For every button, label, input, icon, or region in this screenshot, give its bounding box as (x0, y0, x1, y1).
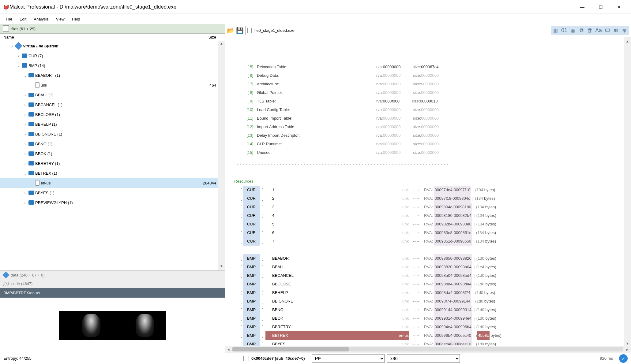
arch-select[interactable]: x86 (387, 354, 460, 363)
tree-row[interactable]: ⌄BBABORT (1) (0, 70, 218, 80)
scroll-up-icon[interactable]: ▴ (218, 41, 225, 48)
directory-entry[interactable]: [ 6]Debug Data:rva:00000000size:00000000 (234, 71, 631, 80)
twisty-closed-icon[interactable]: › (23, 132, 27, 136)
resource-entry[interactable]: [ BMP ]BBOKunk--→RVA: 00099314-000994e4|… (234, 314, 631, 323)
directory-entry[interactable]: [ 9]TLS Table:rva:0008f000size:00000018 (234, 97, 631, 106)
tree-row[interactable]: ⌄BMP (14) (0, 61, 218, 70)
resource-entry[interactable]: [ BMP ]BBCANCELunk--→RVA: 00098a04-00098… (234, 271, 631, 280)
tree-row[interactable]: en-us284044 (0, 178, 218, 188)
menu-help[interactable]: Help (69, 16, 83, 23)
tree-row[interactable]: ›BBCANCEL (1) (0, 100, 218, 110)
code-panel-header[interactable]: f(x) code (4647) (0, 279, 225, 288)
minimize-button[interactable]: — (573, 1, 592, 13)
scroll-left-icon[interactable]: ◂ (225, 347, 232, 352)
format-select[interactable]: PE (312, 354, 385, 363)
twisty-closed-icon[interactable]: › (23, 161, 27, 166)
save-icon[interactable]: 💾 (236, 27, 243, 34)
view-summary-icon[interactable]: ▥ (552, 27, 560, 34)
directory-entry[interactable]: [ 8]Global Pointer:rva:00000000size:0000… (234, 88, 631, 97)
open-folder-icon[interactable]: 📂 (227, 27, 234, 34)
twisty-open-icon[interactable]: ⌄ (9, 44, 14, 48)
view-graph-icon[interactable]: ⧉ (577, 27, 585, 34)
view-tags-icon[interactable]: 🏷 (603, 27, 611, 34)
file-tree[interactable]: ⌄Virtual File System›CUR (7)⌄BMP (14)⌄BB… (0, 41, 218, 270)
twisty-closed-icon[interactable]: › (23, 122, 27, 127)
col-name[interactable]: Name (3, 35, 195, 39)
view-strings-icon[interactable]: Aa (595, 27, 603, 34)
menu-edit[interactable]: Edit (17, 16, 29, 23)
col-size[interactable]: Size (195, 35, 216, 39)
twisty-closed-icon[interactable]: › (23, 142, 27, 146)
menu-file[interactable]: File (3, 16, 15, 23)
tree-row[interactable]: unk464 (0, 80, 218, 90)
resource-entry[interactable]: [ BMP ]BBIGNOREunk--→RVA: 00098f74-00099… (234, 297, 631, 306)
menu-view[interactable]: View (53, 16, 68, 23)
files-panel-header[interactable]: files (61 + 29) (0, 24, 225, 34)
listing-view[interactable]: ▴ ▾ [ 5]Relocation Table:rva:00090000siz… (225, 37, 631, 346)
directory-entry[interactable]: [10]Load Config Table:rva:00000000size:0… (234, 106, 631, 114)
directory-entry[interactable]: [ 5]Relocation Table:rva:00090000size:00… (234, 63, 631, 71)
twisty-closed-icon[interactable]: › (23, 200, 27, 205)
listing-hscroll[interactable]: ◂ ▸ (225, 346, 631, 353)
tree-row[interactable]: ⌄BBTREX (1) (0, 168, 218, 178)
tree-row[interactable]: ›CUR (7) (0, 51, 218, 61)
twisty-closed-icon[interactable]: › (23, 112, 27, 117)
tree-row[interactable]: ›BBIGNORE (1) (0, 129, 218, 139)
listing-vscroll[interactable]: ▴ ▾ (624, 37, 631, 346)
scroll-up-icon[interactable]: ▴ (624, 37, 631, 44)
data-panel-header[interactable]: data (240 + 67 + 0) (0, 270, 225, 279)
file-path-input[interactable]: file0_stage1_dlded.exe (245, 26, 549, 35)
status-ok-icon[interactable]: ✓ (619, 354, 628, 363)
view-layers-icon[interactable]: ≋ (612, 27, 620, 34)
scroll-track[interactable] (218, 48, 225, 264)
tree-scrollbar[interactable]: ▴ ▾ (218, 41, 225, 270)
twisty-closed-icon[interactable]: › (23, 93, 27, 97)
tree-row[interactable]: ›BBOK (1) (0, 149, 218, 158)
twisty-open-icon[interactable]: ⌄ (23, 171, 27, 176)
tree-row[interactable]: ›BBRETRY (1) (0, 158, 218, 168)
twisty-closed-icon[interactable]: › (16, 54, 21, 58)
directory-entry[interactable]: [12]Import Address Table:rva:00000000siz… (234, 123, 631, 131)
directory-entry[interactable]: [15]Unused:rva:00000000size:00000000 (234, 148, 631, 157)
resource-entry[interactable]: [ CUR ]6unk--→RVA: 000983e8-0009851c|(13… (234, 228, 631, 237)
resource-entry[interactable]: [ BMP ]BBNOunk--→RVA: 00099144-00099314|… (234, 306, 631, 314)
scroll-track[interactable] (624, 44, 631, 339)
resource-entry[interactable]: [ CUR ]7unk--→RVA: 0009851c-00098650|(13… (234, 237, 631, 246)
resource-entry[interactable]: [ BMP ]BBTREXen-us--→RVA: 000996b4-000de… (234, 331, 631, 340)
resource-entry[interactable]: [ CUR ]2unk--→RVA: 00097f18-0009804c|(13… (234, 194, 631, 203)
twisty-closed-icon[interactable]: › (23, 102, 27, 107)
directory-entry[interactable]: [ 7]Architecture:rva:00000000size:000000… (234, 80, 631, 88)
directory-entry[interactable]: [14]CLR Runtime:rva:00000000size:0000000… (234, 140, 631, 148)
resource-entry[interactable]: [ BMP ]BBABORTunk--→RVA: 00098650-000988… (234, 254, 631, 263)
directory-entry[interactable]: [11]Bound Import Table:rva:00000000size:… (234, 114, 631, 123)
tree-row[interactable]: ›BBYES (1) (0, 188, 218, 198)
tree-row[interactable]: ›PREVIEWGLYPH (1) (0, 198, 218, 207)
tree-row[interactable]: ›BBCLOSE (1) (0, 110, 218, 119)
view-bytes-icon[interactable]: ▦ (569, 27, 577, 34)
close-button[interactable]: ✕ (610, 1, 628, 13)
resource-entry[interactable]: [ CUR ]4unk--→RVA: 00098180-000982b4|(13… (234, 211, 631, 220)
resource-entry[interactable]: [ CUR ]5unk--→RVA: 000982b4-000983e8|(13… (234, 220, 631, 228)
title-bar[interactable]: Malcat Professional - D:\malware\demo\wa… (0, 0, 631, 14)
tree-row[interactable]: ›BBHELP (1) (0, 119, 218, 129)
scroll-thumb[interactable] (232, 347, 349, 351)
scroll-track[interactable] (232, 347, 623, 351)
tree-row[interactable]: ›BBALL (1) (0, 90, 218, 100)
resource-entry[interactable]: [ BMP ]BBALLunk--→RVA: 00098820-00098a04… (234, 263, 631, 271)
view-hex-icon[interactable]: 01 (560, 27, 568, 34)
view-db-icon[interactable]: 🗑 (586, 27, 594, 34)
scroll-down-icon[interactable]: ▾ (218, 264, 225, 270)
twisty-open-icon[interactable]: ⌄ (16, 63, 21, 68)
menu-analysis[interactable]: Analysis (31, 16, 51, 23)
resource-entry[interactable]: [ CUR ]3unk--→RVA: 0009804c-00098180|(13… (234, 203, 631, 211)
resource-entry[interactable]: [ BMP ]BBYESunk--→RVA: 000dec40-000dee10… (234, 340, 631, 346)
directory-entry[interactable]: [13]Delay Import Descriptor:rva:00000000… (234, 131, 631, 140)
scroll-right-icon[interactable]: ▸ (624, 347, 631, 352)
resource-entry[interactable]: [ CUR ]1unk--→RVA: 00097de4-00097f18|(13… (234, 186, 631, 194)
tree-row[interactable]: ›BBNO (1) (0, 139, 218, 149)
twisty-closed-icon[interactable]: › (23, 191, 27, 195)
twisty-open-icon[interactable]: ⌄ (23, 73, 27, 78)
scroll-down-icon[interactable]: ▾ (624, 339, 631, 346)
tree-row[interactable]: ⌄Virtual File System (0, 41, 218, 51)
maximize-button[interactable]: ☐ (592, 1, 610, 13)
